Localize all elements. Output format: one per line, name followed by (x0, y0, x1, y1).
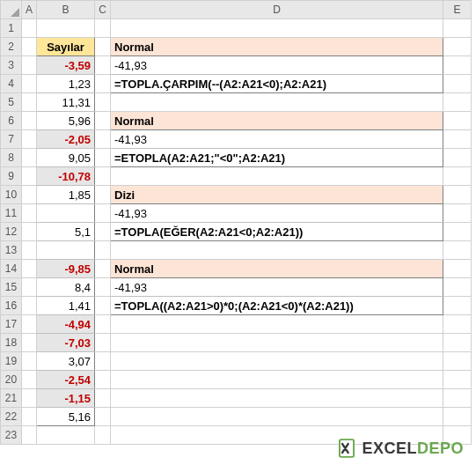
formula-text[interactable]: =ETOPLA(A2:A21;"<0";A2:A21) (111, 149, 443, 167)
cell-B8[interactable]: 9,05 (37, 149, 95, 167)
cell-C6[interactable] (95, 112, 111, 130)
cell-D20[interactable] (111, 371, 443, 389)
cell-A3[interactable] (22, 56, 37, 75)
cell-A4[interactable] (22, 75, 37, 93)
row-header-4[interactable]: 4 (1, 75, 22, 93)
cell-E22[interactable] (443, 408, 472, 426)
cell-E4[interactable] (443, 75, 472, 93)
cell-C18[interactable] (95, 334, 111, 352)
cell-B4[interactable]: 1,23 (37, 75, 95, 93)
cell-C5[interactable] (95, 93, 111, 112)
formula-text[interactable]: =TOPLA(EĞER(A2:A21<0;A2:A21)) (111, 223, 443, 241)
row-header-15[interactable]: 15 (1, 278, 22, 297)
cell-E2[interactable] (443, 38, 472, 56)
cell-B19[interactable]: 3,07 (37, 352, 95, 371)
result-value[interactable]: -41,93 (111, 130, 443, 149)
cell-D21[interactable] (111, 389, 443, 408)
row-header-13[interactable]: 13 (1, 241, 22, 260)
cell-A22[interactable] (22, 408, 37, 426)
row-header-14[interactable]: 14 (1, 260, 22, 278)
cell-D19[interactable] (111, 352, 443, 371)
cell-C8[interactable] (95, 149, 111, 167)
row-header-9[interactable]: 9 (1, 167, 22, 186)
row-header-1[interactable]: 1 (1, 19, 22, 38)
section-title[interactable]: Normal (111, 260, 443, 278)
cell-C16[interactable] (95, 297, 111, 315)
cell-D13[interactable] (111, 241, 443, 260)
result-value[interactable]: -41,93 (111, 204, 443, 223)
formula-text[interactable]: =TOPLA((A2:A21>0)*0;(A2:A21<0)*(A2:A21)) (111, 297, 443, 315)
row-header-5[interactable]: 5 (1, 93, 22, 112)
cell-B22[interactable]: 5,16 (37, 408, 95, 426)
cell-B7[interactable]: -2,05 (37, 130, 95, 149)
cell-A15[interactable] (22, 278, 37, 297)
cell-B12[interactable]: 5,1 (37, 223, 95, 241)
cell-A9[interactable] (22, 167, 37, 186)
cell-C15[interactable] (95, 278, 111, 297)
cell-C3[interactable] (95, 56, 111, 75)
cell-C2[interactable] (95, 38, 111, 56)
col-header-B[interactable]: B (37, 1, 95, 19)
cell-A13[interactable] (22, 241, 37, 260)
cell-A5[interactable] (22, 93, 37, 112)
row-header-17[interactable]: 17 (1, 315, 22, 334)
row-header-8[interactable]: 8 (1, 149, 22, 167)
cell-B15[interactable]: 8,4 (37, 278, 95, 297)
row-header-20[interactable]: 20 (1, 371, 22, 389)
cell-E10[interactable] (443, 186, 472, 204)
cell-D5[interactable] (111, 93, 443, 112)
cell-E14[interactable] (443, 260, 472, 278)
cell-A1[interactable] (22, 19, 37, 38)
cell-E18[interactable] (443, 334, 472, 352)
cell-B21[interactable]: -1,15 (37, 389, 95, 408)
cell-A2[interactable] (22, 38, 37, 56)
row-header-23[interactable]: 23 (1, 426, 22, 445)
formula-text[interactable]: =TOPLA.ÇARPIM(--(A2:A21<0);A2:A21) (111, 75, 443, 93)
cell-E11[interactable] (443, 204, 472, 223)
cell-C12[interactable] (95, 223, 111, 241)
row-header-22[interactable]: 22 (1, 408, 22, 426)
cell-B1[interactable] (37, 19, 95, 38)
cell-E16[interactable] (443, 297, 472, 315)
row-header-6[interactable]: 6 (1, 112, 22, 130)
cell-A18[interactable] (22, 334, 37, 352)
cell-C7[interactable] (95, 130, 111, 149)
cell-A20[interactable] (22, 371, 37, 389)
cell-B5[interactable]: 11,31 (37, 93, 95, 112)
spreadsheet-grid[interactable]: A B C D E 12SayılarNormal3-3,59-41,9341,… (0, 0, 472, 445)
cell-B14[interactable]: -9,85 (37, 260, 95, 278)
cell-B3[interactable]: -3,59 (37, 56, 95, 75)
cell-A23[interactable] (22, 426, 37, 445)
cell-B10[interactable]: 1,85 (37, 186, 95, 204)
cell-B23[interactable] (37, 426, 95, 445)
section-title[interactable]: Dizi (111, 186, 443, 204)
cell-E6[interactable] (443, 112, 472, 130)
cell-E1[interactable] (443, 19, 472, 38)
cell-C10[interactable] (95, 186, 111, 204)
cell-A11[interactable] (22, 204, 37, 223)
cell-B13[interactable] (37, 241, 95, 260)
row-header-2[interactable]: 2 (1, 38, 22, 56)
cell-A16[interactable] (22, 297, 37, 315)
cell-C14[interactable] (95, 260, 111, 278)
row-header-11[interactable]: 11 (1, 204, 22, 223)
cell-B20[interactable]: -2,54 (37, 371, 95, 389)
cell-C1[interactable] (95, 19, 111, 38)
cell-B16[interactable]: 1,41 (37, 297, 95, 315)
col-header-D[interactable]: D (111, 1, 443, 19)
cell-A17[interactable] (22, 315, 37, 334)
cell-C4[interactable] (95, 75, 111, 93)
cell-A6[interactable] (22, 112, 37, 130)
cell-D22[interactable] (111, 408, 443, 426)
select-all-corner[interactable] (1, 1, 22, 19)
cell-D1[interactable] (111, 19, 443, 38)
cell-E5[interactable] (443, 93, 472, 112)
cell-E3[interactable] (443, 56, 472, 75)
cell-C13[interactable] (95, 241, 111, 260)
cell-D17[interactable] (111, 315, 443, 334)
cell-E13[interactable] (443, 241, 472, 260)
row-header-19[interactable]: 19 (1, 352, 22, 371)
cell-B11[interactable] (37, 204, 95, 223)
cell-D9[interactable] (111, 167, 443, 186)
cell-A10[interactable] (22, 186, 37, 204)
